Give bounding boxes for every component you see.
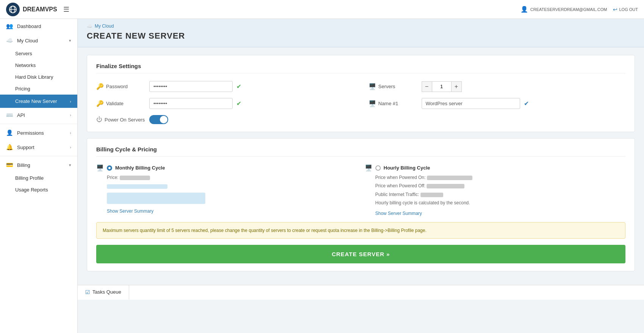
traffic-label: Public Internet Traffic: — [375, 192, 419, 197]
powered-on-value — [427, 176, 472, 180]
servers-decrement-button[interactable]: − — [422, 81, 432, 92]
power-on-toggle[interactable] — [149, 115, 168, 124]
warning-box: Maximum servers quantity limit of 5 serv… — [96, 222, 625, 239]
powered-off-label: Price when Powered Off: — [375, 183, 426, 188]
hamburger-icon[interactable]: ☰ — [63, 5, 69, 14]
cloud-icon: ☁️ — [6, 37, 13, 44]
divider-2 — [0, 156, 77, 156]
name-label: Name #1 — [378, 101, 399, 106]
tasks-bar: ☑ Tasks Queue — [78, 285, 644, 300]
tasks-queue-tab[interactable]: ☑ Tasks Queue — [78, 285, 129, 300]
sidebar-item-billing-profile[interactable]: Billing Profile — [0, 172, 77, 184]
password-input[interactable] — [149, 81, 233, 92]
sidebar-item-permissions[interactable]: 👤 Permissions › — [0, 126, 77, 140]
hourly-billing-option: 🖥️ Hourly Billing Cycle Price when Power… — [365, 164, 626, 216]
sidebar-item-create-new-server[interactable]: Create New Server › — [0, 95, 77, 108]
main-content: ☁️ My Cloud CREATE NEW SERVER Finalize S… — [78, 19, 644, 333]
servers-increment-button[interactable]: + — [451, 81, 462, 92]
servers-input[interactable] — [432, 81, 451, 92]
sidebar-item-pricing[interactable]: Pricing — [0, 83, 77, 95]
dashboard-icon: 👥 — [6, 23, 13, 30]
breadcrumb-parent[interactable]: My Cloud — [95, 23, 114, 29]
hourly-note: Hourly billing cycle is calculated by th… — [375, 199, 626, 207]
servers-label-wrap: 🖥️ Servers — [369, 83, 418, 90]
sidebar-item-dashboard[interactable]: 👥 Dashboard — [0, 19, 77, 33]
finalize-settings-card: Finalize Settings 🔑 Password ✔ — [87, 55, 635, 132]
power-icon: ⏻ — [96, 116, 102, 123]
support-icon: 🔔 — [6, 144, 13, 151]
password-check-icon: ✔ — [236, 83, 241, 90]
sidebar-item-hard-disk-library[interactable]: Hard Disk Library — [0, 71, 77, 83]
validate-row: 🔑 Validate ✔ — [96, 98, 353, 109]
password-label: Password — [106, 84, 128, 89]
powered-off-value — [427, 184, 464, 188]
password-row: 🔑 Password ✔ — [96, 81, 353, 92]
billing-chevron-icon: ▾ — [69, 163, 71, 168]
chevron-down-icon: ▾ — [69, 38, 71, 43]
user-icon: 👤 — [521, 6, 528, 13]
powered-on-label: Price when Powered On: — [375, 175, 426, 180]
sidebar-item-api[interactable]: ⌨️ API › — [0, 108, 77, 122]
hourly-info: Price when Powered On: Price when Powere… — [365, 174, 626, 207]
sidebar-item-support[interactable]: 🔔 Support › — [0, 140, 77, 154]
monthly-radio[interactable] — [107, 165, 112, 171]
hourly-label: Hourly Billing Cycle — [384, 165, 430, 171]
sidebar-item-servers[interactable]: Servers — [0, 48, 77, 59]
content-area: Finalize Settings 🔑 Password ✔ — [78, 47, 644, 285]
hourly-icon: 🖥️ — [365, 164, 372, 171]
servers-row: 🖥️ Servers − + — [369, 81, 626, 92]
servers-label: Servers — [378, 84, 395, 89]
password-label-wrap: 🔑 Password — [96, 83, 145, 90]
create-server-button[interactable]: CREATE SERVER » — [96, 245, 625, 263]
monthly-show-summary[interactable]: Show Server Summary — [96, 209, 357, 214]
breadcrumb: ☁️ My Cloud — [87, 23, 635, 29]
validate-input[interactable] — [149, 98, 233, 109]
logout-button[interactable]: ↩ LOG OUT — [613, 6, 638, 12]
logout-label: LOG OUT — [619, 7, 638, 12]
name-row: 🖥️ Name #1 ✔ — [369, 98, 626, 109]
sidebar-label-billing: Billing — [17, 162, 30, 168]
sidebar-item-networks[interactable]: Networks — [0, 59, 77, 71]
divider-1 — [0, 124, 77, 124]
sidebar: 👥 Dashboard ☁️ My Cloud ▾ Servers Networ… — [0, 19, 78, 333]
warning-text: Maximum servers quantity limit of 5 serv… — [103, 228, 427, 233]
monthly-label: Monthly Billing Cycle — [115, 165, 165, 171]
form-grid: 🔑 Password ✔ 🖥️ Servers − — [96, 81, 625, 124]
validate-icon: 🔑 — [96, 100, 104, 107]
monthly-price-value — [120, 176, 150, 180]
topbar-right: 👤 CREATESERVERDREAM@GMAIL.COM ↩ LOG OUT — [521, 6, 638, 13]
monthly-price-bar — [107, 184, 167, 189]
monthly-price-info: Price: — [96, 174, 357, 181]
sidebar-item-my-cloud[interactable]: ☁️ My Cloud ▾ — [0, 33, 77, 48]
arrow-right-icon: › — [70, 99, 71, 104]
hourly-show-summary[interactable]: Show Server Summary — [365, 211, 626, 216]
hourly-radio[interactable] — [375, 165, 381, 171]
finalize-settings-title: Finalize Settings — [96, 63, 625, 73]
logo: DREAMVPS — [6, 3, 57, 16]
create-server-label: Create New Server — [15, 98, 57, 104]
powered-off-row: Price when Powered Off: — [375, 182, 626, 190]
topbar: DREAMVPS ☰ 👤 CREATESERVERDREAM@GMAIL.COM… — [0, 0, 644, 19]
sidebar-item-billing[interactable]: 💳 Billing ▾ — [0, 158, 77, 172]
sidebar-item-usage-reports[interactable]: Usage Reports — [0, 184, 77, 196]
name-check-icon: ✔ — [524, 100, 529, 107]
name-icon: 🖥️ — [369, 100, 376, 107]
sidebar-label-support: Support — [17, 145, 34, 150]
sidebar-label-api: API — [17, 112, 25, 118]
password-icon: 🔑 — [96, 83, 104, 90]
sidebar-label-permissions: Permissions — [17, 130, 44, 136]
tasks-check-icon: ☑ — [85, 289, 90, 295]
name-label-wrap: 🖥️ Name #1 — [369, 100, 418, 107]
servers-icon: 🖥️ — [369, 83, 376, 90]
power-on-row: ⏻ Power On Servers — [96, 115, 353, 124]
name-input[interactable] — [422, 98, 520, 109]
monthly-billing-option: 🖥️ Monthly Billing Cycle Price: Show Ser… — [96, 164, 357, 216]
billing-cycle-title: Billing Cycle & Pricing — [96, 146, 625, 157]
monthly-price-label: Price: — [107, 175, 119, 180]
user-info: 👤 CREATESERVERDREAM@GMAIL.COM — [521, 6, 607, 13]
page-title: CREATE NEW SERVER — [87, 31, 635, 41]
servers-stepper: − + — [422, 81, 462, 92]
sidebar-label-my-cloud: My Cloud — [17, 38, 38, 44]
api-icon: ⌨️ — [6, 112, 13, 118]
monthly-icon: 🖥️ — [96, 164, 104, 171]
